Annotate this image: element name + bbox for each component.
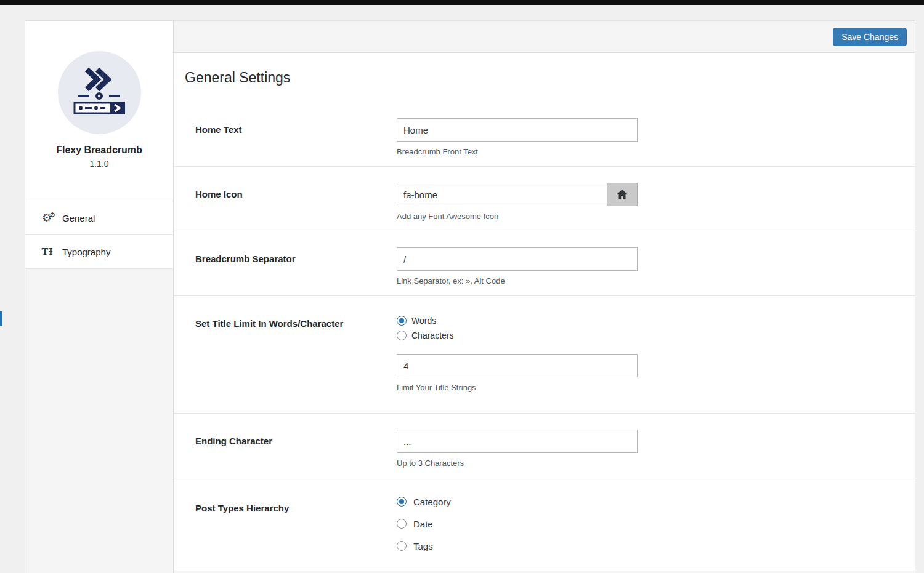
form-row-ending-character: Ending Character Up to 3 Characters bbox=[174, 414, 915, 478]
field-help-title-limit: Limit Your Title Strings bbox=[397, 383, 638, 392]
general-settings-form: General Settings Home Text Breadcrumb Fr… bbox=[174, 53, 915, 571]
field-help-separator: Link Separator, ex: », Alt Code bbox=[397, 276, 638, 286]
text-height-icon: TƗ bbox=[41, 246, 54, 257]
form-row-title-limit: Set Title Limit In Words/Character Words… bbox=[174, 296, 915, 414]
separator-input[interactable] bbox=[397, 247, 638, 271]
field-label-separator: Breadcrumb Separator bbox=[195, 247, 397, 286]
sidebar-filler bbox=[25, 269, 173, 573]
ending-character-input[interactable] bbox=[397, 430, 638, 453]
cogs-icon: ⚙⚙ bbox=[41, 211, 54, 225]
tab-label: General bbox=[62, 213, 95, 223]
tab-label: Typography bbox=[62, 247, 110, 257]
field-label-ending-character: Ending Character bbox=[195, 430, 397, 468]
title-limit-input[interactable] bbox=[397, 354, 638, 377]
radio-option-category[interactable]: Category bbox=[397, 494, 451, 509]
field-label-title-limit: Set Title Limit In Words/Character bbox=[195, 316, 397, 392]
home-text-input[interactable] bbox=[397, 118, 638, 142]
plugin-header: Flexy Breadcrumb 1.1.0 bbox=[25, 21, 173, 169]
sidebar: Flexy Breadcrumb 1.1.0 ⚙⚙ General TƗ Typ… bbox=[25, 21, 174, 573]
main-panel: Save Changes General Settings Home Text … bbox=[174, 21, 915, 573]
page-title: General Settings bbox=[174, 53, 915, 86]
radio-option-tags[interactable]: Tags bbox=[397, 539, 451, 553]
radio-selected-icon bbox=[397, 497, 407, 507]
radio-option-date[interactable]: Date bbox=[397, 516, 451, 531]
radio-label-date: Date bbox=[413, 519, 433, 529]
breadcrumb-logo-icon bbox=[68, 62, 130, 124]
tab-general[interactable]: ⚙⚙ General bbox=[25, 201, 173, 235]
field-help-home-text: Breadcrumb Front Text bbox=[397, 147, 638, 156]
radio-label-tags: Tags bbox=[413, 541, 433, 551]
radio-option-words[interactable]: Words bbox=[397, 316, 638, 326]
field-help-home-icon: Add any Font Awesome Icon bbox=[397, 212, 638, 221]
field-label-post-types: Post Types Hierarchy bbox=[195, 494, 397, 561]
form-row-home-text: Home Text Breadcrumb Front Text bbox=[174, 102, 915, 167]
form-row-post-types: Post Types Hierarchy Category Date Tags bbox=[174, 478, 915, 571]
radio-unselected-icon bbox=[397, 541, 407, 551]
save-changes-button[interactable]: Save Changes bbox=[833, 28, 907, 46]
settings-tabs: ⚙⚙ General TƗ Typography bbox=[25, 201, 173, 269]
plugin-settings-panel: Flexy Breadcrumb 1.1.0 ⚙⚙ General TƗ Typ… bbox=[25, 20, 915, 573]
radio-label-category: Category bbox=[413, 497, 451, 507]
field-label-home-icon: Home Icon bbox=[195, 183, 397, 221]
home-icon-input[interactable] bbox=[397, 183, 607, 206]
tab-typography[interactable]: TƗ Typography bbox=[25, 235, 173, 269]
field-help-ending-character: Up to 3 Characters bbox=[397, 459, 638, 468]
plugin-name: Flexy Breadcrumb bbox=[25, 145, 173, 156]
home-icon-preview-button[interactable] bbox=[607, 183, 638, 206]
form-row-separator: Breadcrumb Separator Link Separator, ex:… bbox=[174, 231, 915, 296]
radio-option-characters[interactable]: Characters bbox=[397, 331, 638, 340]
home-icon-input-group bbox=[397, 183, 638, 206]
radio-unselected-icon bbox=[397, 331, 407, 340]
top-toolbar: Save Changes bbox=[174, 21, 915, 53]
radio-unselected-icon bbox=[397, 519, 407, 529]
plugin-version: 1.1.0 bbox=[25, 159, 173, 169]
plugin-logo bbox=[58, 51, 141, 134]
radio-label-words: Words bbox=[411, 316, 436, 326]
radio-label-characters: Characters bbox=[411, 331, 453, 340]
form-row-home-icon: Home Icon Add any Font Awesome Icon bbox=[174, 167, 915, 231]
home-icon bbox=[617, 189, 628, 200]
radio-selected-icon bbox=[397, 316, 407, 326]
field-label-home-text: Home Text bbox=[195, 118, 397, 156]
admin-menu-accent bbox=[0, 311, 2, 326]
admin-top-bar bbox=[0, 0, 924, 5]
